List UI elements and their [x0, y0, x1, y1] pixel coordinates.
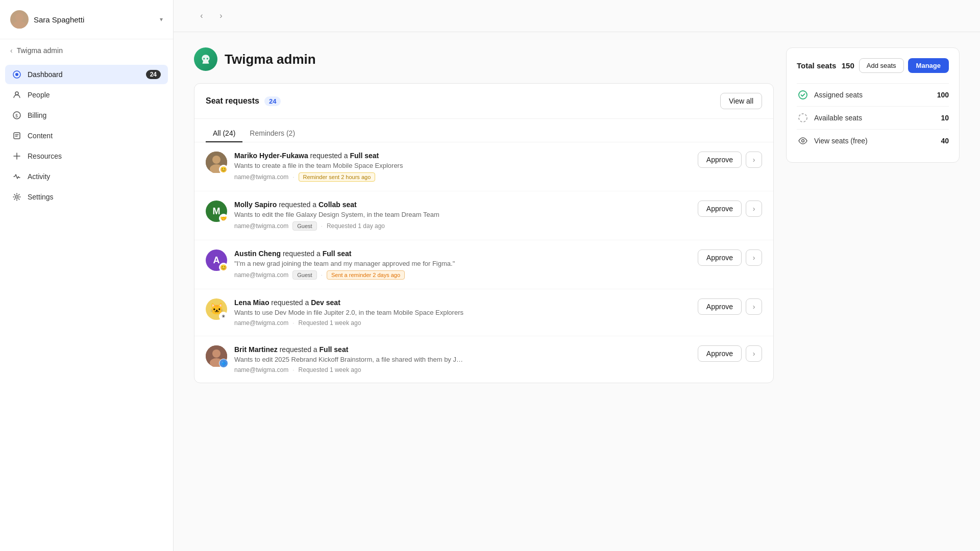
requester-name: Mariko Hyder-Fukawa [234, 152, 308, 160]
view-all-button[interactable]: View all [720, 93, 762, 109]
page-body: Twigma admin Seat requests 24 View all A… [174, 32, 980, 551]
assigned-seats-row: Assigned seats 100 [797, 83, 949, 106]
request-main: Lena Miao requested a Dev seat [234, 298, 691, 307]
request-meta: name@twigma.com · Reminder sent 2 hours … [234, 172, 691, 182]
approve-button[interactable]: Approve [698, 249, 742, 266]
sidebar-item-settings[interactable]: Settings [5, 187, 168, 207]
seat-type: Full seat [350, 152, 379, 160]
approve-button[interactable]: Approve [698, 298, 742, 315]
approve-button[interactable]: Approve [698, 345, 742, 362]
content-label: Content [28, 132, 161, 140]
svg-point-3 [15, 73, 18, 76]
user-name: Sara Spaghetti [34, 15, 155, 24]
request-actions: Approve › [698, 249, 762, 266]
seats-header: Total seats 150 Add seats Manage [797, 58, 949, 73]
chevron-down-icon: ▾ [160, 16, 163, 23]
guest-tag: Guest [292, 270, 316, 280]
request-description: Wants to use Dev Mode in file Jupiter 2.… [234, 309, 691, 316]
sidebar-nav: Dashboard 24 People $ Billing [0, 62, 173, 210]
svg-point-10 [207, 58, 208, 59]
approve-button[interactable]: Approve [698, 201, 742, 217]
card-header: Seat requests 24 View all [194, 84, 773, 119]
request-time: Requested 1 day ago [327, 222, 385, 230]
svg-text:$: $ [15, 113, 18, 118]
sidebar-item-dashboard[interactable]: Dashboard 24 [5, 65, 168, 84]
view-seats-value: 40 [941, 137, 949, 145]
expand-button[interactable]: › [746, 152, 762, 168]
requester-name: Lena Miao [234, 298, 269, 307]
dashboard-badge: 24 [146, 70, 161, 79]
expand-button[interactable]: › [746, 298, 762, 315]
sidebar-item-activity[interactable]: Activity [5, 167, 168, 186]
seat-type: Dev seat [311, 298, 340, 307]
avatar-badge: 🔷 [219, 359, 228, 368]
request-item: M 🤝 Molly Sapiro requested a Collab seat… [194, 191, 773, 240]
separator: · [321, 222, 323, 230]
add-seats-button[interactable]: Add seats [859, 58, 904, 73]
sidebar-item-people[interactable]: People [5, 85, 168, 105]
request-item: A 😊 Austin Cheng requested a Full seat "… [194, 240, 773, 289]
seats-total-count: 150 [842, 61, 854, 70]
billing-icon: $ [12, 111, 21, 120]
approve-button[interactable]: Approve [698, 152, 742, 168]
request-meta: name@twigma.com Guest · Requested 1 day … [234, 221, 691, 231]
requester-email: name@twigma.com [234, 319, 288, 327]
request-main: Austin Cheng requested a Full seat [234, 249, 691, 258]
expand-button[interactable]: › [746, 345, 762, 362]
people-label: People [28, 91, 161, 99]
main-content: ‹ › Twigma admin Seat requ [174, 0, 980, 551]
request-content: Austin Cheng requested a Full seat "I'm … [234, 249, 691, 280]
request-content: Mariko Hyder-Fukawa requested a Full sea… [234, 152, 691, 182]
resources-label: Resources [28, 152, 161, 160]
tab-all[interactable]: All (24) [206, 125, 242, 142]
available-seats-label: Available seats [814, 114, 936, 122]
request-item: 🐱 ✳ Lena Miao requested a Dev seat Wants… [194, 289, 773, 336]
settings-label: Settings [28, 193, 161, 201]
svg-point-18 [799, 114, 807, 122]
avatar-wrapper: A 😊 [206, 249, 227, 271]
back-button[interactable]: ‹ [194, 8, 209, 23]
seat-requests-tabs: All (24) Reminders (2) [194, 119, 773, 142]
avatar-wrapper: 🔷 [206, 345, 227, 367]
forward-button[interactable]: › [213, 8, 229, 23]
eye-icon [797, 135, 809, 147]
workspace-item[interactable]: ‹ Twigma admin [0, 39, 173, 62]
request-content: Lena Miao requested a Dev seat Wants to … [234, 298, 691, 327]
request-actions: Approve › [698, 201, 762, 217]
assigned-seats-label: Assigned seats [814, 91, 932, 99]
seat-type: Collab seat [318, 201, 357, 209]
separator: · [292, 366, 294, 373]
chevron-left-icon: ‹ [10, 46, 13, 55]
seat-requests-count: 24 [264, 96, 281, 106]
dashboard-icon [12, 70, 21, 79]
svg-rect-7 [14, 133, 20, 139]
user-profile[interactable]: Sara Spaghetti ▾ [0, 0, 173, 39]
activity-label: Activity [28, 172, 161, 181]
request-action: requested a [271, 298, 311, 307]
requester-email: name@twigma.com [234, 222, 288, 230]
svg-point-12 [212, 156, 220, 164]
request-description: Wants to edit 2025 Rebrand Kickoff Brain… [234, 356, 691, 363]
activity-icon [12, 172, 21, 181]
tab-reminders[interactable]: Reminders (2) [242, 125, 302, 142]
avatar-badge: ✳ [219, 312, 228, 321]
request-main: Brit Martinez requested a Full seat [234, 345, 691, 354]
requester-email: name@twigma.com [234, 271, 288, 279]
request-description: Wants to edit the file Galaxy Design Sys… [234, 211, 691, 218]
sidebar-item-billing[interactable]: $ Billing [5, 106, 168, 125]
manage-button[interactable]: Manage [908, 58, 949, 73]
avatar [10, 10, 29, 29]
sidebar-item-content[interactable]: Content [5, 126, 168, 145]
request-main: Mariko Hyder-Fukawa requested a Full sea… [234, 152, 691, 160]
svg-point-17 [799, 91, 807, 99]
svg-point-4 [15, 92, 18, 95]
right-panel: Total seats 150 Add seats Manage [786, 47, 960, 536]
avatar-wrapper: 🐱 ✳ [206, 298, 227, 320]
expand-button[interactable]: › [746, 201, 762, 217]
sidebar-item-resources[interactable]: Resources [5, 146, 168, 166]
request-meta: name@twigma.com · Requested 1 week ago [234, 366, 691, 373]
requester-name: Molly Sapiro [234, 201, 277, 209]
avatar-badge: 😊 [219, 165, 228, 174]
available-seats-row: Available seats 10 [797, 106, 949, 129]
expand-button[interactable]: › [746, 249, 762, 266]
